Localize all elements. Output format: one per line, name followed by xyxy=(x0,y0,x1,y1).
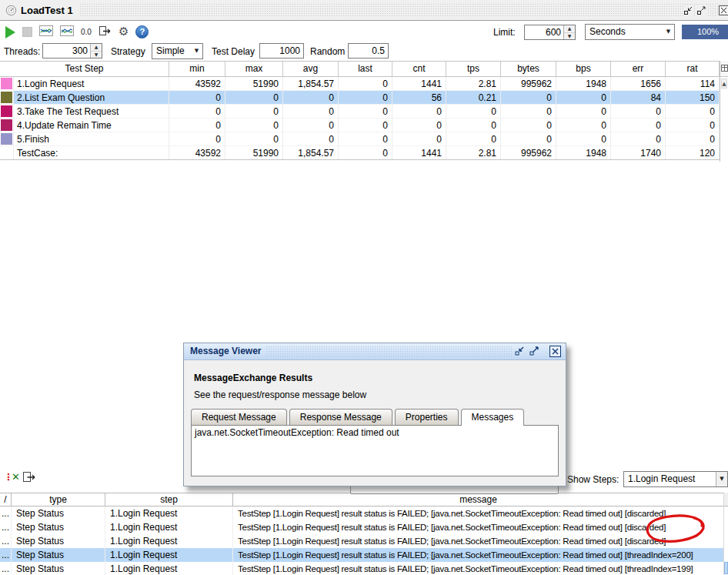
log-col-message: message xyxy=(233,493,723,506)
log-col-type: type xyxy=(12,493,105,506)
col-max: max xyxy=(225,62,283,76)
threads-spinner[interactable]: ▲ ▼ xyxy=(42,43,102,59)
progress-bar: 100% xyxy=(682,25,728,39)
test-delay-input[interactable] xyxy=(260,44,303,58)
col-avg: avg xyxy=(283,62,339,76)
limit-unit-value: Seconds xyxy=(589,25,626,39)
spinner-up-icon[interactable]: ▲ xyxy=(564,25,575,33)
limit-label: Limit: xyxy=(493,27,516,38)
stop-button[interactable] xyxy=(22,27,32,37)
log-scrollbar[interactable] xyxy=(723,493,728,575)
col-last: last xyxy=(339,62,392,76)
export-statistics-button[interactable] xyxy=(99,25,112,39)
test-delay-label: Test Delay xyxy=(212,46,255,57)
clear-log-icon[interactable]: ⋮✕ xyxy=(4,471,18,483)
test-delay-field[interactable] xyxy=(259,43,304,59)
show-steps-value: 1.Login Request xyxy=(628,472,695,486)
col-bytes: bytes xyxy=(501,62,556,76)
dialog-subheading: See the request/response message below xyxy=(194,389,366,400)
loadtest-window: LoadTest 1 0.0 ⚙ ? Limit xyxy=(0,0,728,575)
testcase-total-row[interactable]: TestCase: 43592 51990 1,854.57 0 1441 2.… xyxy=(0,146,720,160)
loadtest-params: Threads: ▲ ▼ Strategy Simple ▼ Test Dela… xyxy=(0,42,728,61)
table-row[interactable]: 1.Login Request 43592 51990 1,854.57 0 1… xyxy=(0,77,720,91)
log-table: / type step message ... Step Status 1.Lo… xyxy=(0,493,723,575)
log-row[interactable]: ... Step Status 1.Login Request TestStep… xyxy=(0,534,723,548)
reset-counter-label: 0.0 xyxy=(81,28,92,36)
statistics-scrollbar[interactable]: ▲ xyxy=(720,61,728,162)
minimize-icon[interactable] xyxy=(683,5,694,16)
col-bps: bps xyxy=(556,62,611,76)
dialog-close-icon[interactable] xyxy=(549,346,561,357)
table-options-icon[interactable] xyxy=(720,61,728,77)
tab-properties[interactable]: Properties xyxy=(395,409,459,425)
dialog-tabs: Request Message Response Message Propert… xyxy=(191,409,526,426)
col-tps: tps xyxy=(446,62,501,76)
limit-input[interactable] xyxy=(525,25,563,39)
tab-request-message[interactable]: Request Message xyxy=(191,409,287,425)
log-row[interactable]: ... Step Status 1.Login Request TestStep… xyxy=(0,506,723,520)
step-color-swatch xyxy=(0,91,14,104)
dialog-heading: MessageExchange Results xyxy=(194,373,312,383)
log-row-selected[interactable]: ... Step Status 1.Login Request TestStep… xyxy=(0,548,723,562)
messages-content[interactable]: java.net.SocketTimeoutException: Read ti… xyxy=(191,425,559,476)
log-row-annotated[interactable]: ... Step Status 1.Login Request TestStep… xyxy=(0,520,723,534)
dialog-maximize-icon[interactable] xyxy=(529,346,540,357)
strategy-value: Simple xyxy=(156,44,185,59)
dropdown-arrow-icon[interactable]: ▼ xyxy=(716,472,727,486)
show-steps-label: Show Steps: xyxy=(567,474,619,485)
log-col-time: / xyxy=(0,493,12,506)
random-input[interactable] xyxy=(349,44,388,58)
loadtest-toolbar: 0.0 ⚙ ? Limit: ▲ ▼ Seconds ▼ 100% xyxy=(0,22,728,42)
step-color-swatch xyxy=(0,146,14,159)
table-row[interactable]: 5.Finish 0 0 0 0 0 0 0 0 0 0 xyxy=(0,132,720,146)
loadtest-icon xyxy=(5,5,17,18)
col-rat: rat xyxy=(666,62,720,76)
strategy-label: Strategy xyxy=(111,46,145,57)
scroll-up-icon[interactable]: ▲ xyxy=(721,79,727,89)
limit-unit-select[interactable]: Seconds ▼ xyxy=(585,24,675,40)
tab-messages[interactable]: Messages xyxy=(461,409,525,426)
log-row[interactable]: ... Step Status 1.Login Request TestStep… xyxy=(0,562,723,575)
dialog-minimize-icon[interactable] xyxy=(514,346,526,357)
tab-response-message[interactable]: Response Message xyxy=(289,409,392,425)
dialog-titlebar[interactable]: Message Viewer xyxy=(184,343,566,360)
show-steps-select[interactable]: 1.Login Request ▼ xyxy=(623,471,728,487)
run-button[interactable] xyxy=(5,26,15,38)
col-err: err xyxy=(611,62,666,76)
dialog-title: Message Viewer xyxy=(190,346,262,356)
table-row[interactable]: 4.Update Remain Time 0 0 0 0 0 0 0 0 0 0 xyxy=(0,119,720,132)
table-row-selected[interactable]: 2.List Exam Question 0 0 0 0 56 0.21 0 0… xyxy=(0,91,720,105)
log-col-step: step xyxy=(105,493,233,506)
log-scrollbar-thumb[interactable] xyxy=(724,562,728,574)
maximize-icon[interactable] xyxy=(696,5,707,16)
step-color-swatch xyxy=(0,132,14,145)
statistics-graph-button[interactable] xyxy=(39,25,53,38)
spinner-down-icon[interactable]: ▼ xyxy=(564,33,575,40)
options-button[interactable]: ⚙ xyxy=(119,26,129,38)
log-header: / type step message xyxy=(0,493,723,506)
col-test-step: Test Step xyxy=(0,62,169,76)
titlebar-texture xyxy=(79,3,728,17)
step-color-swatch xyxy=(0,105,14,118)
export-log-icon[interactable] xyxy=(22,471,36,486)
message-viewer-dialog: Message Viewer MessageExchange Results S… xyxy=(183,343,566,486)
dropdown-arrow-icon[interactable]: ▼ xyxy=(191,44,202,59)
close-icon[interactable] xyxy=(719,5,728,16)
random-field[interactable] xyxy=(348,43,389,59)
spinner-down-icon[interactable]: ▼ xyxy=(91,52,102,59)
threads-label: Threads: xyxy=(4,46,40,57)
col-cnt: cnt xyxy=(392,62,446,76)
random-label: Random xyxy=(310,46,345,57)
threads-input[interactable] xyxy=(43,44,90,58)
help-button[interactable]: ? xyxy=(135,25,149,38)
table-row[interactable]: 3.Take The Test Request 0 0 0 0 0 0 0 0 … xyxy=(0,105,720,119)
spinner-up-icon[interactable]: ▲ xyxy=(91,44,102,52)
window-titlebar[interactable]: LoadTest 1 xyxy=(0,0,728,21)
statistics-history-button[interactable] xyxy=(60,25,74,38)
limit-spinner[interactable]: ▲ ▼ xyxy=(524,25,576,40)
step-color-swatch xyxy=(0,77,14,90)
statistics-table: Test Step min max avg last cnt tps bytes… xyxy=(0,61,720,160)
strategy-select[interactable]: Simple ▼ xyxy=(152,43,203,59)
dropdown-arrow-icon[interactable]: ▼ xyxy=(663,25,674,39)
step-color-swatch xyxy=(0,119,14,132)
